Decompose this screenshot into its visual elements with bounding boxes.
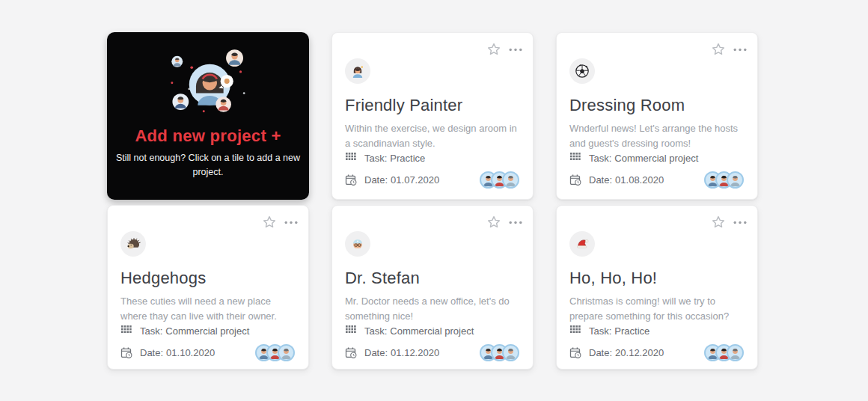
task-value: Commercial project	[390, 325, 474, 337]
task-row: Task: Commercial project	[345, 324, 519, 337]
task-value: Commercial project	[614, 153, 698, 164]
more-options-icon[interactable]	[733, 48, 747, 52]
team-member-avatar	[727, 344, 744, 361]
card-meta: Task: Practice Date: 01.07.2020	[345, 151, 519, 189]
card-actions	[486, 215, 522, 230]
soccer-ball-icon	[575, 64, 590, 79]
date-value: 01.08.2020	[615, 174, 664, 186]
grid-icon	[120, 325, 132, 336]
task-row: Task: Practice	[569, 324, 744, 337]
team-member-avatar	[502, 344, 519, 361]
date-value: 20.12.2020	[615, 347, 664, 358]
date-label: Date:	[140, 347, 163, 358]
more-options-icon[interactable]	[509, 221, 522, 224]
favorite-star-icon[interactable]	[711, 42, 726, 57]
date-value: 01.10.2020	[166, 347, 215, 358]
add-project-subtitle: Still not enough? Click on a tile to add…	[114, 151, 302, 180]
grid-icon	[345, 153, 357, 163]
woman-artist-icon	[350, 64, 365, 79]
team-member-avatar	[727, 171, 744, 189]
add-project-title: Add new project +	[135, 126, 281, 146]
team-avatars[interactable]	[704, 344, 744, 361]
project-card-dr-stefan[interactable]: Dr. Stefan Mr. Doctor needs a new office…	[331, 205, 534, 370]
calendar-clock-icon	[569, 174, 581, 186]
grid-icon	[345, 325, 357, 336]
project-description: Christmas is coming! will we try to prep…	[569, 294, 744, 324]
task-label: Task:	[364, 153, 387, 164]
card-meta: Task: Commercial project Date: 01.10.202…	[120, 324, 295, 361]
date-label: Date:	[364, 347, 388, 358]
projects-grid: Add new project + Still not enough? Clic…	[107, 32, 758, 370]
project-description: Wnderful news! Let's arrange the hosts a…	[569, 121, 744, 151]
project-card-hedgehogs[interactable]: Hedgehogs These cuties will need a new p…	[107, 205, 309, 370]
card-actions	[486, 42, 522, 57]
card-meta: Task: Commercial project Date: 01.12.202…	[345, 324, 519, 361]
date-row: Date: 01.12.2020	[345, 344, 519, 361]
task-value: Practice	[390, 153, 425, 164]
project-avatar	[120, 231, 146, 257]
project-title: Ho, Ho, Ho!	[569, 269, 744, 288]
more-options-icon[interactable]	[733, 221, 747, 224]
date-row: Date: 01.08.2020	[569, 171, 744, 189]
projects-board: Add new project + Still not enough? Clic…	[0, 0, 868, 401]
task-value: Practice	[614, 325, 650, 337]
team-member-avatar	[502, 171, 519, 189]
date-row: Date: 01.10.2020	[120, 344, 295, 361]
project-avatar	[345, 231, 370, 257]
more-options-icon[interactable]	[509, 48, 522, 52]
team-avatars[interactable]	[480, 171, 519, 189]
task-label: Task:	[589, 153, 611, 164]
date-value: 01.12.2020	[391, 347, 439, 358]
date-label: Date:	[589, 174, 612, 186]
project-title: Friendly Painter	[345, 96, 519, 115]
project-title: Dr. Stefan	[345, 269, 519, 288]
project-description: These cuties will need a new place where…	[120, 294, 295, 324]
favorite-star-icon[interactable]	[262, 215, 277, 230]
team-avatars-illustration	[159, 49, 257, 122]
team-avatars[interactable]	[255, 344, 295, 361]
project-description: Within the exercise, we design aroom in …	[345, 121, 519, 151]
calendar-clock-icon	[345, 174, 357, 186]
card-actions	[711, 215, 747, 230]
date-row: Date: 01.07.2020	[345, 171, 519, 189]
project-avatar	[569, 58, 595, 84]
card-actions	[262, 215, 298, 230]
card-meta: Task: Commercial project Date: 01.08.202…	[569, 151, 744, 189]
project-title: Hedgehogs	[120, 269, 295, 288]
project-card-friendly-painter[interactable]: Friendly Painter Within the exercise, we…	[331, 32, 534, 200]
favorite-star-icon[interactable]	[711, 215, 726, 230]
calendar-clock-icon	[120, 346, 132, 359]
project-description: Mr. Doctor needs a new office, let's do …	[345, 294, 519, 324]
task-value: Commercial project	[165, 325, 249, 337]
more-options-icon[interactable]	[284, 221, 298, 224]
team-member-avatar	[278, 344, 295, 361]
project-card-dressing-room[interactable]: Dressing Room Wnderful news! Let's arran…	[556, 32, 758, 200]
card-meta: Task: Practice Date: 20.12.2020	[569, 324, 744, 361]
project-avatar	[569, 231, 595, 257]
task-row: Task: Commercial project	[569, 151, 744, 165]
project-card-ho-ho-ho[interactable]: Ho, Ho, Ho! Christmas is coming! will we…	[556, 205, 758, 370]
doctor-icon	[350, 236, 365, 251]
favorite-star-icon[interactable]	[486, 215, 501, 230]
grid-icon	[569, 325, 581, 336]
team-avatars[interactable]	[704, 171, 744, 189]
date-label: Date:	[589, 347, 612, 358]
favorite-star-icon[interactable]	[486, 42, 501, 57]
team-avatars[interactable]	[480, 344, 519, 361]
santa-hat-icon	[575, 236, 590, 251]
date-label: Date:	[364, 174, 388, 186]
hedgehog-icon	[126, 236, 141, 251]
card-actions	[711, 42, 747, 57]
date-row: Date: 20.12.2020	[569, 344, 744, 361]
task-label: Task:	[140, 325, 162, 337]
task-row: Task: Practice	[345, 151, 519, 165]
calendar-clock-icon	[345, 346, 357, 359]
grid-icon	[569, 153, 581, 163]
task-label: Task:	[589, 325, 611, 337]
project-avatar	[345, 58, 370, 84]
task-row: Task: Commercial project	[120, 324, 295, 337]
project-title: Dressing Room	[569, 96, 744, 115]
date-value: 01.07.2020	[391, 174, 439, 186]
calendar-clock-icon	[569, 346, 581, 359]
add-new-project-tile[interactable]: Add new project + Still not enough? Clic…	[107, 32, 309, 200]
